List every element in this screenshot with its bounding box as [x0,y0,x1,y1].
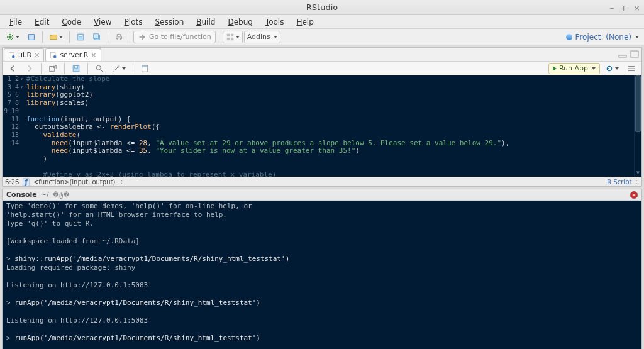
popout-icon [48,64,57,73]
console-output[interactable]: Type 'demo()' for some demos, 'help()' f… [3,201,641,349]
wand-button[interactable] [109,62,129,75]
run-app-button[interactable]: Run App [548,63,600,74]
console-path: ~/ [41,191,49,199]
cursor-position: 6:26 [5,179,19,186]
goto-placeholder: Go to file/function [149,33,211,41]
find-button[interactable] [92,62,107,75]
menu-edit[interactable]: Edit [29,16,55,28]
close-icon[interactable]: × [633,3,640,13]
wand-icon [112,64,121,73]
scope-flag-icon: ƒ [23,178,29,186]
menu-plots[interactable]: Plots [119,16,148,28]
menu-session[interactable]: Session [149,16,189,28]
code-editor[interactable]: 1 2 3 4 5 6 7 8 9 10 11 12 13 14 ▾ ▾ #Ca… [3,75,641,177]
menu-file[interactable]: File [4,16,28,28]
new-file-icon [6,33,14,42]
menu-code[interactable]: Code [56,16,87,28]
project-label: Project: (None) [575,33,631,42]
floppy-icon [72,64,80,73]
menu-view[interactable]: View [88,16,117,28]
floppy-all-icon [92,33,101,42]
run-app-label: Run App [559,64,588,72]
svg-rect-3 [79,34,82,36]
tab-server-r[interactable]: server.R × [45,48,101,61]
new-project-button[interactable] [24,31,39,43]
pane-area: ui.R × server.R × [0,45,644,349]
menu-debug[interactable]: Debug [222,16,258,28]
svg-rect-8 [117,38,120,40]
grid-icon [226,33,235,42]
printer-icon [114,33,123,42]
source-toolbar: Run App [3,62,641,75]
arrow-right-icon [25,64,34,73]
goto-arrow-icon [138,33,147,42]
outline-icon [627,64,636,73]
notebook-icon [140,64,149,73]
svg-rect-21 [74,65,77,68]
floppy-icon [76,33,85,42]
menu-help[interactable]: Help [291,16,319,28]
print-button[interactable] [111,31,126,43]
addins-label: Addins [247,33,270,41]
language-mode[interactable]: R Script [607,179,631,186]
main-toolbar: Go to file/function Addins Project: (Non… [0,29,644,45]
tab-close-icon[interactable]: × [34,51,40,59]
svg-rect-19 [50,66,55,71]
grid-button[interactable] [223,31,243,43]
scroll-down-icon[interactable]: ▼ [635,169,641,177]
tab-close-icon[interactable]: × [91,51,96,59]
show-in-new-button[interactable] [45,62,60,75]
svg-rect-24 [142,65,148,67]
editor-scrollbar[interactable]: ▲ ▼ [634,75,641,177]
window-title: RStudio [306,3,338,12]
source-save-button[interactable] [69,62,84,75]
search-icon [95,64,104,73]
addins-button[interactable]: Addins [244,31,280,43]
new-file-button[interactable] [3,31,23,43]
svg-rect-9 [226,33,229,36]
nav-back-button[interactable] [5,62,20,75]
console-clear-icon[interactable]: �ტ� [53,191,70,198]
svg-rect-1 [29,34,35,40]
pane-maximize-icon[interactable] [630,50,639,60]
folder-icon [49,33,58,42]
project-indicator[interactable]: Project: (None) [566,33,641,42]
project-cube-icon [27,33,36,42]
svg-rect-10 [231,33,233,36]
source-pane: ui.R × server.R × [2,47,642,187]
tab-label: server.R [60,51,88,59]
scroll-thumb[interactable] [635,75,641,132]
goto-file-function[interactable]: Go to file/function [133,31,216,43]
reload-app-button[interactable] [602,62,622,75]
console-header: Console ~/ �ტ� [3,189,641,201]
nav-fwd-button[interactable] [22,62,37,75]
menu-build[interactable]: Build [191,16,221,28]
save-all-button[interactable] [89,31,104,43]
rfile-icon [8,52,16,59]
minimize-icon[interactable]: – [610,3,614,13]
tab-label: ui.R [18,51,31,59]
save-button[interactable] [73,31,88,43]
tab-ui-r[interactable]: ui.R × [4,48,44,61]
report-button[interactable] [137,62,152,75]
svg-rect-7 [117,34,120,36]
open-file-button[interactable] [46,31,66,43]
titlebar: RStudio – + × [0,0,644,15]
svg-rect-17 [619,55,626,57]
svg-rect-5 [94,33,99,38]
source-statusbar: 6:26 ƒ <function>(input, output) ÷ R Scr… [3,177,641,186]
arrow-left-icon [8,64,17,73]
window-controls: – + × [610,0,640,15]
console-title: Console [6,191,37,199]
menu-tools[interactable]: Tools [260,16,290,28]
reload-icon [605,64,614,73]
maximize-icon[interactable]: + [620,3,627,13]
svg-point-14 [12,55,15,58]
console-stop-button[interactable] [630,191,638,199]
pane-minimize-icon[interactable] [618,50,627,60]
stop-icon [630,191,638,199]
play-icon [553,66,557,71]
svg-rect-26 [633,194,636,196]
svg-rect-18 [631,51,638,57]
outline-button[interactable] [624,62,639,75]
